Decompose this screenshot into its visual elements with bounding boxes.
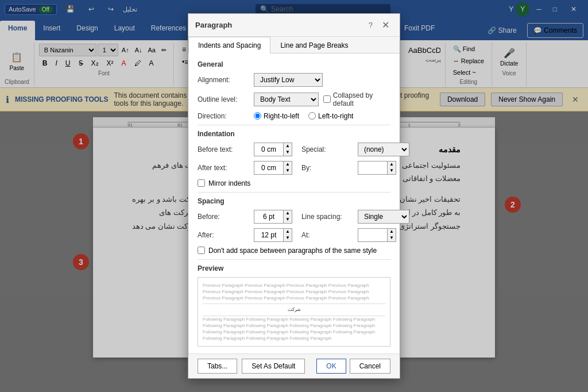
dialog-tabs: Indents and Spacing Line and Page Breaks: [188, 37, 400, 53]
spacing-after-spin-buttons: ▲ ▼: [283, 229, 292, 241]
dialog-close-button[interactable]: ✕: [378, 18, 393, 32]
indentation-section-title: Indentation: [198, 130, 390, 138]
ltr-radio[interactable]: [308, 112, 316, 120]
spacing-right-col: Line spacing: Single At: ▲ ▼: [301, 210, 409, 247]
tab-line-page-breaks[interactable]: Line and Page Breaks: [270, 37, 358, 53]
preview-prev-text: Previous Paragraph Previous Paragraph Pr…: [203, 282, 385, 302]
spacing-before-spin-buttons: ▲ ▼: [283, 210, 292, 223]
outline-row: Outline level: Body Text Collapsed by de…: [198, 91, 390, 107]
spacing-before-label: Before:: [198, 213, 249, 221]
after-text-up[interactable]: ▲: [284, 162, 292, 168]
spacing-after-label: After:: [198, 231, 249, 239]
cancel-button[interactable]: Cancel: [350, 359, 390, 374]
direction-radio-group: Right-to-left Left-to-right: [254, 112, 353, 120]
spacing-columns: Before: ▲ ▼ After:: [198, 210, 390, 247]
dialog-footer-left: Tabs... Set As Default: [198, 359, 305, 374]
dialog-title-buttons: ? ✕: [365, 18, 393, 32]
spacing-separator: [198, 192, 390, 193]
spacing-after-input[interactable]: [254, 231, 283, 239]
spacing-section-title: Spacing: [198, 197, 390, 205]
at-spinner: ▲ ▼: [358, 228, 396, 242]
preview-box: Previous Paragraph Previous Paragraph Pr…: [198, 277, 390, 347]
dialog-body: General Alignment: Justify Low Outline l…: [188, 53, 400, 354]
after-text-row: After text: ▲ ▼: [198, 161, 292, 175]
collapsed-checkbox-row: Collapsed by default: [323, 91, 390, 107]
dialog-footer-right: OK Cancel: [316, 359, 390, 374]
dialog-overlay: Paragraph ? ✕ Indents and Spacing Line a…: [0, 0, 588, 392]
after-text-down[interactable]: ▼: [284, 168, 292, 174]
mirror-indents-label: Mirror indents: [208, 179, 250, 187]
tab-indents-spacing[interactable]: Indents and Spacing: [188, 37, 270, 53]
at-label: At:: [301, 231, 353, 239]
tabs-button[interactable]: Tabs...: [198, 359, 237, 374]
ltr-label: Left-to-right: [318, 112, 353, 120]
by-down[interactable]: ▼: [388, 168, 396, 174]
general-section-title: General: [198, 60, 390, 68]
by-row: By: ▲ ▼: [301, 161, 409, 175]
indentation-columns: Before text: ▲ ▼ After text:: [198, 143, 390, 179]
at-down[interactable]: ▼: [388, 235, 396, 241]
dont-add-space-row: Don't add space between paragraphs of th…: [198, 247, 390, 255]
line-spacing-row: Line spacing: Single: [301, 210, 409, 224]
after-text-spinner: ▲ ▼: [254, 161, 292, 175]
after-text-label: After text:: [198, 164, 249, 172]
preview-separator: [198, 259, 390, 260]
before-text-spinner: ▲ ▼: [254, 143, 292, 156]
by-up[interactable]: ▲: [388, 162, 396, 168]
dialog-title-bar: Paragraph ? ✕: [188, 14, 400, 37]
dialog-help-button[interactable]: ?: [365, 18, 376, 32]
spacing-before-spinner: ▲ ▼: [254, 210, 292, 224]
at-row: At: ▲ ▼: [301, 228, 409, 242]
dont-add-space-label: Don't add space between paragraphs of th…: [208, 247, 377, 255]
ok-button[interactable]: OK: [316, 359, 346, 374]
paragraph-dialog: Paragraph ? ✕ Indents and Spacing Line a…: [188, 13, 400, 379]
rtl-label: Right-to-left: [264, 112, 299, 120]
at-spin-buttons: ▲ ▼: [387, 229, 396, 241]
special-label: Special:: [301, 145, 353, 153]
rtl-radio-label[interactable]: Right-to-left: [254, 112, 299, 120]
set-default-button[interactable]: Set As Default: [242, 359, 305, 374]
dialog-footer: Tabs... Set As Default OK Cancel: [188, 353, 400, 378]
spacing-left-col: Before: ▲ ▼ After:: [198, 210, 292, 247]
line-spacing-label: Line spacing:: [301, 213, 353, 221]
spacing-before-up[interactable]: ▲: [284, 210, 292, 217]
indentation-separator: [198, 125, 390, 125]
mirror-indents-row: Mirror indents: [198, 179, 390, 187]
spacing-after-spinner: ▲ ▼: [254, 228, 292, 242]
indentation-right-col: Special: (none) By: ▲ ▼: [301, 143, 409, 179]
collapsed-checkbox[interactable]: [323, 95, 331, 103]
outline-select[interactable]: Body Text: [254, 93, 319, 106]
by-label: By:: [301, 164, 353, 172]
alignment-select[interactable]: Justify Low: [254, 73, 323, 87]
spacing-before-row: Before: ▲ ▼: [198, 210, 292, 224]
by-spinner: ▲ ▼: [358, 161, 396, 175]
after-text-input[interactable]: [254, 164, 283, 172]
dialog-title-text: Paragraph: [195, 21, 232, 29]
spacing-after-row: After: ▲ ▼: [198, 228, 292, 242]
special-select[interactable]: (none): [358, 143, 409, 156]
indentation-left-col: Before text: ▲ ▼ After text:: [198, 143, 292, 179]
before-text-up[interactable]: ▲: [284, 143, 292, 149]
at-input[interactable]: [358, 231, 387, 239]
spacing-before-down[interactable]: ▼: [284, 217, 292, 223]
at-up[interactable]: ▲: [388, 229, 396, 235]
ltr-radio-label[interactable]: Left-to-right: [308, 112, 353, 120]
dont-add-space-checkbox[interactable]: [198, 247, 205, 254]
alignment-row: Alignment: Justify Low: [198, 73, 390, 87]
before-text-row: Before text: ▲ ▼: [198, 143, 292, 156]
before-text-label: Before text:: [198, 145, 249, 153]
collapsed-label: Collapsed by default: [333, 91, 390, 107]
rtl-radio[interactable]: [254, 112, 261, 120]
line-spacing-select[interactable]: Single: [358, 210, 409, 224]
before-text-input[interactable]: [254, 145, 283, 153]
spacing-after-down[interactable]: ▼: [284, 235, 292, 241]
by-input[interactable]: [358, 164, 387, 172]
direction-row: Direction: Right-to-left Left-to-right: [198, 112, 390, 120]
mirror-indents-checkbox[interactable]: [198, 179, 205, 187]
spacing-before-input[interactable]: [254, 213, 283, 221]
spacing-after-up[interactable]: ▲: [284, 229, 292, 235]
alignment-label: Alignment:: [198, 76, 249, 84]
outline-label: Outline level:: [198, 95, 249, 103]
by-spin-buttons: ▲ ▼: [387, 162, 396, 174]
before-text-down[interactable]: ▼: [284, 149, 292, 156]
